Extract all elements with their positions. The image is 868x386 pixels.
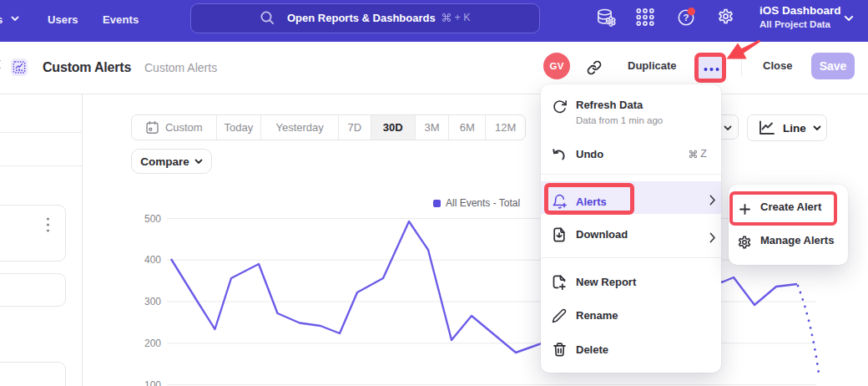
svg-text:?: ?	[683, 13, 689, 23]
svg-text:400: 400	[144, 254, 161, 266]
svg-text:200: 200	[144, 338, 161, 349]
svg-text:300: 300	[144, 296, 161, 307]
svg-text:100: 100	[144, 379, 161, 386]
svg-text:500: 500	[144, 213, 161, 225]
